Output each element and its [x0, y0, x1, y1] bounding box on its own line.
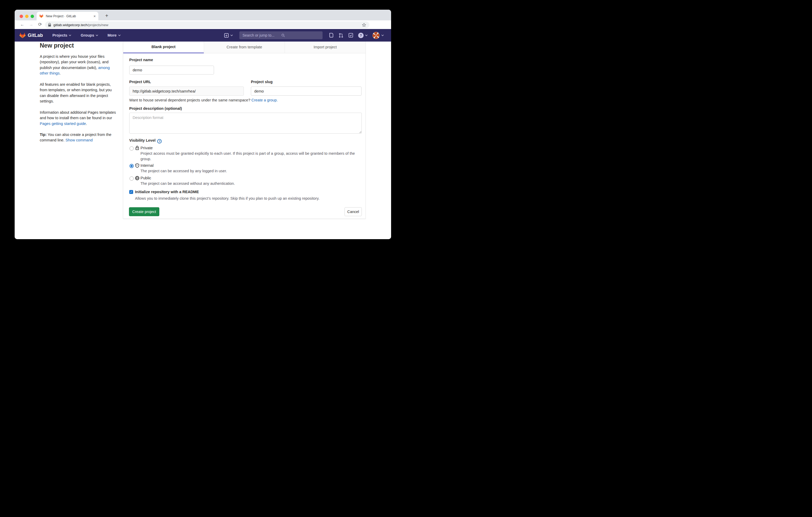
- show-command-link[interactable]: Show command: [65, 138, 93, 142]
- new-item-dropdown[interactable]: +: [224, 33, 233, 38]
- create-project-button[interactable]: Create project: [129, 207, 159, 216]
- nav-groups-menu[interactable]: Groups: [81, 33, 98, 37]
- chevron-down-icon: [118, 34, 121, 36]
- lock-icon: [48, 23, 51, 27]
- tab-create-from-template[interactable]: Create from template: [204, 41, 285, 53]
- browser-toolbar: ← → ⟳ gitlab.widgetcorp.tech/projects/ne…: [14, 20, 391, 29]
- gitlab-logo-text[interactable]: GitLab: [28, 33, 43, 38]
- search-placeholder: Search or jump to...: [242, 33, 281, 37]
- pages-guide-link[interactable]: Pages getting started guide: [40, 122, 86, 126]
- new-project-panel: Blank project Create from template Impor…: [123, 41, 366, 219]
- browser-tab[interactable]: New Project · GitLab ×: [37, 12, 98, 20]
- url-domain: gitlab.widgetcorp.tech: [53, 23, 88, 27]
- sidebar-paragraph: All features are enabled for blank proje…: [40, 82, 116, 104]
- traffic-close-button[interactable]: [20, 14, 23, 18]
- screenshot-canvas: New Project · GitLab × + ← → ⟳ gitlab.wi…: [0, 0, 406, 258]
- address-bar[interactable]: gitlab.widgetcorp.tech/projects/new: [45, 22, 369, 28]
- globe-icon: [135, 176, 139, 180]
- browser-window: New Project · GitLab × + ← → ⟳ gitlab.wi…: [14, 10, 391, 239]
- search-icon: [281, 33, 320, 37]
- nav-more-menu[interactable]: More: [108, 33, 121, 37]
- lock-icon: [135, 146, 139, 150]
- radio-public[interactable]: [129, 176, 134, 181]
- visibility-public-label[interactable]: Public: [141, 176, 151, 180]
- project-description-label: Project description (optional): [129, 107, 182, 111]
- gitlab-navbar: GitLab Projects Groups More + Search or …: [14, 29, 391, 41]
- cancel-button[interactable]: Cancel: [345, 207, 362, 216]
- readme-desc: Allows you to immediately clone this pro…: [135, 196, 357, 201]
- visibility-help-icon[interactable]: ?: [157, 139, 162, 144]
- todos-icon[interactable]: [348, 33, 353, 38]
- chevron-down-icon: [381, 34, 384, 36]
- readme-checkbox[interactable]: ✓: [129, 190, 133, 194]
- plus-square-icon: +: [224, 33, 229, 38]
- namespace-helper-text: Want to house several dependent projects…: [129, 98, 278, 102]
- page-content: New project A project is where you house…: [14, 41, 391, 239]
- help-dropdown[interactable]: ?: [358, 33, 368, 38]
- gitlab-favicon-icon: [39, 14, 44, 18]
- radio-private[interactable]: [129, 146, 134, 151]
- help-icon: ?: [358, 33, 364, 38]
- project-slug-label: Project slug: [251, 80, 272, 84]
- nav-projects-menu[interactable]: Projects: [52, 33, 71, 37]
- user-avatar: [373, 32, 380, 39]
- visibility-internal-desc: The project can be accessed by any logge…: [141, 168, 362, 174]
- bookmark-star-icon[interactable]: [362, 23, 366, 27]
- tab-import-project[interactable]: Import project: [285, 41, 366, 53]
- project-description-textarea[interactable]: [129, 113, 362, 133]
- visibility-internal-label[interactable]: Internal: [141, 163, 153, 168]
- chevron-down-icon: [365, 34, 368, 36]
- visibility-private-desc: Project access must be granted explicitl…: [141, 151, 362, 162]
- search-input[interactable]: Search or jump to...: [239, 31, 323, 39]
- browser-tabstrip: New Project · GitLab × +: [14, 10, 391, 20]
- page-title: New project: [40, 42, 116, 49]
- browser-tab-title: New Project · GitLab: [46, 14, 93, 18]
- chevron-down-icon: [69, 34, 71, 36]
- merge-requests-icon[interactable]: [339, 33, 344, 38]
- create-a-group-link[interactable]: Create a group.: [252, 98, 278, 102]
- visibility-level-label: Visibility Level?: [129, 138, 162, 144]
- visibility-private-label[interactable]: Private: [141, 146, 153, 150]
- tab-blank-project[interactable]: Blank project: [123, 41, 204, 53]
- shield-icon: [135, 163, 139, 168]
- traffic-minimize-button[interactable]: [25, 14, 29, 18]
- sidebar-help-column: New project A project is where you house…: [40, 42, 116, 149]
- tab-close-icon[interactable]: ×: [93, 14, 96, 18]
- navbar-menu: Projects Groups More: [52, 33, 120, 37]
- sidebar-paragraph: A project is where you house your files …: [40, 54, 116, 76]
- project-name-label: Project name: [129, 58, 153, 62]
- chevron-down-icon: [230, 34, 233, 36]
- project-name-input[interactable]: [129, 66, 214, 74]
- radio-internal[interactable]: [129, 164, 134, 168]
- project-type-tabs: Blank project Create from template Impor…: [123, 41, 366, 53]
- visibility-public-desc: The project can be accessed without any …: [141, 181, 362, 186]
- project-url-input[interactable]: [129, 87, 244, 96]
- project-slug-input[interactable]: [251, 87, 361, 96]
- gitlab-logo-icon[interactable]: [19, 32, 26, 38]
- new-tab-button[interactable]: +: [103, 12, 110, 20]
- reload-button[interactable]: ⟳: [37, 21, 44, 28]
- traffic-zoom-button[interactable]: [31, 14, 34, 18]
- project-url-label: Project URL: [129, 80, 151, 84]
- chevron-down-icon: [96, 34, 98, 36]
- sidebar-paragraph: Tip: You can also create a project from …: [40, 132, 116, 143]
- forward-button[interactable]: →: [28, 21, 34, 28]
- user-menu[interactable]: [373, 32, 384, 39]
- sidebar-paragraph: Information about additional Pages templ…: [40, 110, 116, 126]
- url-path: /projects/new: [88, 23, 109, 27]
- issues-icon[interactable]: [329, 33, 334, 38]
- readme-label[interactable]: Initialize repository with a README: [135, 190, 199, 194]
- back-button[interactable]: ←: [19, 21, 26, 28]
